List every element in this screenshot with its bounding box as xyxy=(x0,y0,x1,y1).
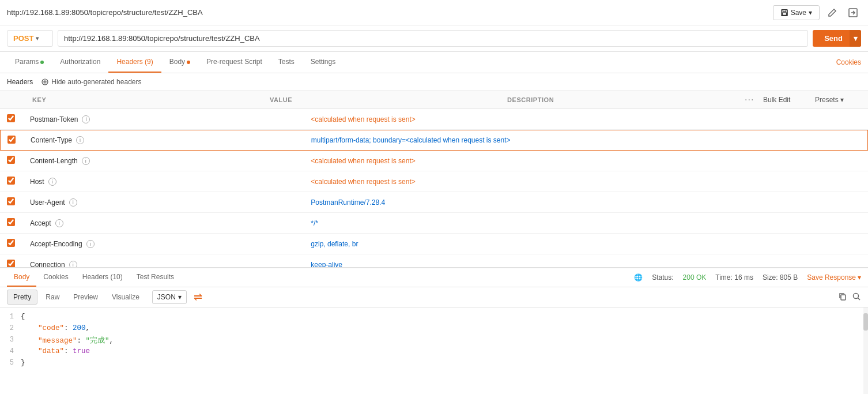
response-tab-cookies[interactable]: Cookies xyxy=(36,268,75,287)
row4-checkbox-cell xyxy=(0,177,25,186)
more-options-icon[interactable]: ··· xyxy=(745,95,754,104)
row1-key-cell: Postman-Token i xyxy=(25,111,306,128)
format-select-chevron-icon: ▾ xyxy=(178,293,182,301)
body-dot xyxy=(187,61,190,64)
url-input[interactable] xyxy=(58,30,808,47)
format-tab-preview[interactable]: Preview xyxy=(67,290,104,304)
value-column-header: VALUE xyxy=(270,96,507,103)
row8-checkbox-cell xyxy=(0,260,25,267)
tab-params[interactable]: Params xyxy=(7,52,52,73)
copy-icon-button[interactable] xyxy=(838,292,847,303)
save-button[interactable]: Save ▾ xyxy=(773,5,820,20)
response-tab-test-results[interactable]: Test Results xyxy=(130,268,181,287)
method-label: POST xyxy=(13,34,33,43)
row6-checkbox[interactable] xyxy=(7,218,15,226)
tab-headers[interactable]: Headers (9) xyxy=(108,52,161,73)
svg-rect-1 xyxy=(783,9,786,12)
bulk-edit-button[interactable]: Bulk Edit xyxy=(763,96,815,104)
presets-button[interactable]: Presets ▾ xyxy=(815,96,861,104)
row7-info-icon[interactable]: i xyxy=(86,240,95,248)
headers-sub-header: Headers Hide auto-generated headers xyxy=(0,73,868,91)
response-format-bar: Pretty Raw Preview Visualize JSON ▾ ⇌ xyxy=(0,287,868,307)
row2-info-icon[interactable]: i xyxy=(76,136,84,144)
row4-checkbox[interactable] xyxy=(7,177,15,185)
row4-info-icon[interactable]: i xyxy=(48,178,56,186)
row4-desc-cell xyxy=(587,177,868,186)
status-ok: 200 OK xyxy=(683,273,707,282)
top-bar-actions: Save ▾ xyxy=(773,5,861,21)
scrollbar-thumb[interactable] xyxy=(863,313,868,331)
headers-label: Headers xyxy=(7,78,33,86)
send-button[interactable]: Send ▾ xyxy=(813,30,861,47)
table-row: Content-Length i <calculated when reques… xyxy=(0,151,868,171)
row2-checkbox[interactable] xyxy=(7,136,16,144)
format-select-dropdown[interactable]: JSON ▾ xyxy=(152,290,187,304)
response-tab-headers[interactable]: Headers (10) xyxy=(76,268,130,287)
method-dropdown[interactable]: POST ▾ xyxy=(7,30,53,47)
globe-icon: 🌐 xyxy=(634,273,643,282)
row5-key-cell: User-Agent i xyxy=(25,194,306,211)
svg-point-6 xyxy=(854,293,859,298)
edit-icon-button[interactable] xyxy=(824,5,840,21)
hide-auto-generated-button[interactable]: Hide auto-generated headers xyxy=(37,77,145,87)
tab-authorization[interactable]: Authorization xyxy=(52,52,108,73)
format-tab-raw[interactable]: Raw xyxy=(40,290,65,304)
cookies-link[interactable]: Cookies xyxy=(836,58,861,66)
presets-chevron-icon: ▾ xyxy=(840,96,844,104)
row4-key-cell: Host i xyxy=(25,173,306,190)
tab-body[interactable]: Body xyxy=(161,52,198,73)
response-tab-body[interactable]: Body xyxy=(7,268,36,287)
row7-value-cell: gzip, deflate, br xyxy=(306,235,587,253)
tab-tests[interactable]: Tests xyxy=(270,52,303,73)
format-tab-visualize[interactable]: Visualize xyxy=(106,290,145,304)
code-line-5: 5 } xyxy=(0,358,868,370)
more-col-header: ··· xyxy=(745,95,763,105)
row2-value-cell: multipart/form-data; boundary=<calculate… xyxy=(307,132,587,149)
tab-settings[interactable]: Settings xyxy=(303,52,344,73)
window-url: http://192.168.1.89:8050/topicrepo/struc… xyxy=(7,8,773,17)
save-label: Save xyxy=(791,9,806,17)
row1-checkbox[interactable] xyxy=(7,114,15,122)
row6-key-cell: Accept i xyxy=(25,215,306,232)
table-row: Accept i */* xyxy=(0,213,868,234)
format-actions xyxy=(838,292,861,303)
table-row: Postman-Token i <calculated when request… xyxy=(0,109,868,130)
row2-desc-cell xyxy=(587,136,867,145)
row1-value-cell: <calculated when request is sent> xyxy=(306,111,587,128)
tab-pre-request-script[interactable]: Pre-request Script xyxy=(198,52,270,73)
scrollbar-track[interactable] xyxy=(863,307,868,394)
code-line-4: 4 "data": true xyxy=(0,347,868,358)
format-tab-pretty[interactable]: Pretty xyxy=(7,290,37,305)
request-tabs-bar: Params Authorization Headers (9) Body Pr… xyxy=(0,52,868,73)
method-arrow-icon: ▾ xyxy=(36,35,39,42)
row7-checkbox[interactable] xyxy=(7,239,15,247)
row6-info-icon[interactable]: i xyxy=(55,219,63,227)
row5-info-icon[interactable]: i xyxy=(69,198,77,207)
row1-info-icon[interactable]: i xyxy=(82,115,90,123)
row8-checkbox[interactable] xyxy=(7,260,15,267)
clear-format-icon[interactable]: ⇌ xyxy=(194,291,202,303)
save-response-chevron-icon: ▾ xyxy=(858,273,861,282)
row5-checkbox[interactable] xyxy=(7,197,15,205)
row3-value-cell: <calculated when request is sent> xyxy=(306,152,587,170)
svg-rect-5 xyxy=(841,295,846,300)
code-line-3: 3 "message": "完成", xyxy=(0,335,868,347)
table-row: Accept-Encoding i gzip, deflate, br xyxy=(0,234,868,254)
row8-value-cell: keep-alive xyxy=(306,256,587,268)
code-line-1: 1 { xyxy=(0,312,868,324)
search-icon-button[interactable] xyxy=(852,292,861,303)
send-label: Send xyxy=(824,34,843,43)
row3-checkbox[interactable] xyxy=(7,156,15,164)
key-column-header: KEY xyxy=(32,96,270,103)
headers-table-body: Postman-Token i <calculated when request… xyxy=(0,109,868,267)
row3-info-icon[interactable]: i xyxy=(82,157,90,165)
hide-auto-label: Hide auto-generated headers xyxy=(51,78,141,86)
save-arrow: ▾ xyxy=(809,9,812,17)
response-tabs-bar: Body Cookies Headers (10) Test Results 🌐… xyxy=(0,268,868,287)
row6-checkbox-cell xyxy=(0,218,25,228)
svg-rect-2 xyxy=(782,13,786,15)
send-dropdown-icon[interactable]: ▾ xyxy=(850,30,861,47)
save-response-button[interactable]: Save Response ▾ xyxy=(807,273,861,282)
share-icon-button[interactable] xyxy=(845,5,861,21)
row8-info-icon[interactable]: i xyxy=(69,261,77,268)
